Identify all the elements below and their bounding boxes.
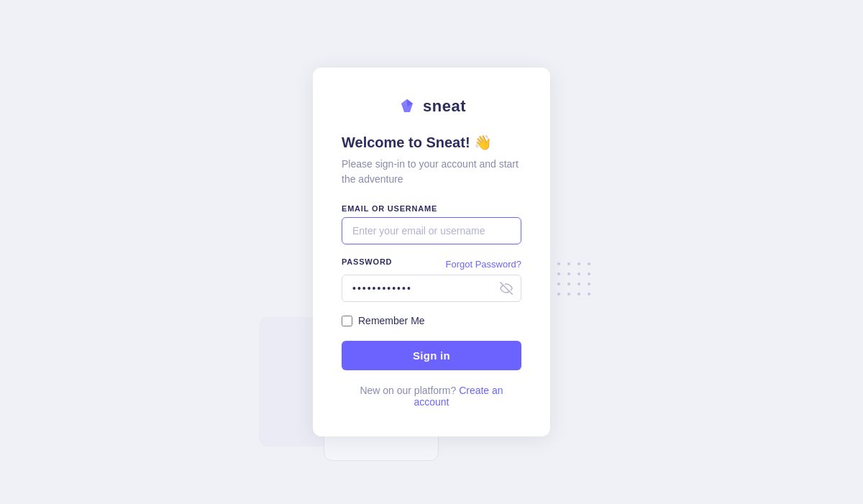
signin-button[interactable]: Sign in — [342, 341, 521, 370]
email-label: EMAIL OR USERNAME — [342, 204, 521, 213]
password-wrapper — [342, 275, 521, 302]
forgot-password-link[interactable]: Forgot Password? — [446, 259, 522, 270]
toggle-password-button[interactable] — [500, 282, 513, 295]
eye-off-icon — [500, 282, 513, 295]
password-label-row: PASSWORD Forgot Password? — [342, 257, 521, 270]
remember-me-label[interactable]: Remember Me — [358, 315, 425, 326]
email-input[interactable] — [342, 217, 521, 244]
logo-area: sneat — [342, 96, 521, 116]
password-label: PASSWORD — [342, 257, 392, 266]
logo-text: sneat — [423, 97, 466, 116]
register-text: New on our platform? — [360, 385, 456, 396]
remember-me-row: Remember Me — [342, 315, 521, 326]
welcome-title: Welcome to Sneat! 👋 — [342, 134, 521, 151]
email-field-group: EMAIL OR USERNAME — [342, 204, 521, 244]
welcome-subtitle: Please sign-in to your account and start… — [342, 157, 521, 187]
sneat-logo-icon — [397, 96, 417, 116]
login-card: sneat Welcome to Sneat! 👋 Please sign-in… — [313, 68, 550, 436]
register-row: New on our platform? Create an account — [342, 385, 521, 408]
remember-me-checkbox[interactable] — [342, 316, 352, 326]
password-field-group: PASSWORD Forgot Password? — [342, 257, 521, 302]
password-input[interactable] — [342, 275, 521, 302]
